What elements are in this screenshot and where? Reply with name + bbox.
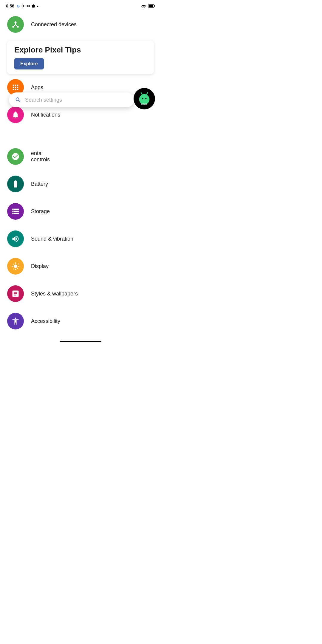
storage-label: Storage [31, 208, 50, 215]
sound-icon-circle [7, 230, 24, 247]
settings-item-styles-wallpapers[interactable]: Styles & wallpapers [0, 280, 161, 307]
svg-point-9 [147, 92, 148, 93]
parental-controls-icon [11, 152, 20, 161]
explore-button[interactable]: Explore [14, 58, 44, 69]
battery-status-icon [148, 4, 155, 8]
search-bar[interactable]: Search settings [9, 92, 134, 107]
apps-label: Apps [31, 84, 43, 91]
svg-point-4 [142, 98, 143, 99]
status-app-icons: G ✈ ✉ ⬟ ● [17, 4, 38, 8]
styles-icon [11, 290, 20, 298]
notifications-icon-circle [7, 106, 24, 123]
settings-item-parental-controls[interactable]: entacontrols [0, 146, 161, 170]
svg-text:estebiu: estebiu [141, 103, 148, 105]
battery-icon-circle [7, 176, 24, 192]
wifi-icon [141, 4, 147, 8]
storage-icon [11, 207, 20, 216]
settings-item-display[interactable]: Display [0, 253, 161, 280]
google-status-icon: G [17, 4, 20, 8]
explore-pixel-tips-banner: Explore Pixel Tips Explore [7, 41, 154, 74]
styles-icon-circle [7, 285, 24, 302]
notifications-icon [11, 111, 20, 119]
search-icon [15, 97, 21, 103]
battery-icon [11, 180, 20, 188]
accessibility-label: Accessibility [31, 318, 60, 324]
svg-point-5 [145, 98, 146, 99]
sound-label: Sound & vibration [31, 236, 73, 242]
search-placeholder: Search settings [25, 97, 128, 103]
svg-line-6 [141, 93, 142, 95]
accessibility-icon-circle [7, 313, 24, 329]
settings-item-accessibility[interactable]: Accessibility [0, 307, 161, 335]
status-bar: 6:58 G ✈ ✉ ⬟ ● [0, 0, 161, 11]
connected-devices-icon [11, 20, 20, 29]
gmail-status-icon: ✉ [27, 4, 30, 8]
status-time: 6:58 G ✈ ✉ ⬟ ● [6, 4, 38, 8]
explore-banner-title: Explore Pixel Tips [14, 45, 147, 55]
svg-point-7 [141, 92, 142, 93]
connected-devices-label: Connected devices [31, 21, 77, 28]
sound-icon [11, 235, 20, 243]
settings-item-storage[interactable]: Storage [0, 198, 161, 225]
svg-line-8 [146, 93, 148, 95]
settings-item-sound-vibration[interactable]: Sound & vibration [0, 225, 161, 253]
battery-label: Battery [31, 181, 48, 187]
notifications-label: Notifications [31, 112, 60, 118]
android-avatar[interactable]: estebiu [134, 88, 155, 109]
svg-rect-2 [154, 5, 155, 7]
apps-icon [11, 83, 20, 92]
display-icon [11, 262, 20, 270]
display-icon-circle [7, 258, 24, 275]
storage-icon-circle [7, 203, 24, 220]
display-label: Display [31, 263, 49, 270]
dot-status-icon: ● [37, 4, 38, 8]
shield-status-icon: ⬟ [32, 4, 35, 8]
search-overlay: Search settings [9, 92, 134, 107]
styles-wallpapers-label: Styles & wallpapers [31, 291, 78, 297]
status-right-icons [141, 4, 155, 8]
parental-controls-icon-circle [7, 148, 24, 165]
home-indicator [60, 341, 101, 342]
settings-item-connected-devices[interactable]: Connected devices [0, 11, 161, 38]
accessibility-icon [11, 317, 20, 325]
telegram-status-icon: ✈ [21, 4, 25, 8]
android-robot-icon: estebiu [137, 91, 152, 106]
settings-item-battery[interactable]: Battery [0, 170, 161, 198]
parental-controls-partial-label: entacontrols [31, 150, 50, 163]
connected-devices-icon-circle [7, 16, 24, 33]
svg-rect-1 [149, 5, 153, 7]
